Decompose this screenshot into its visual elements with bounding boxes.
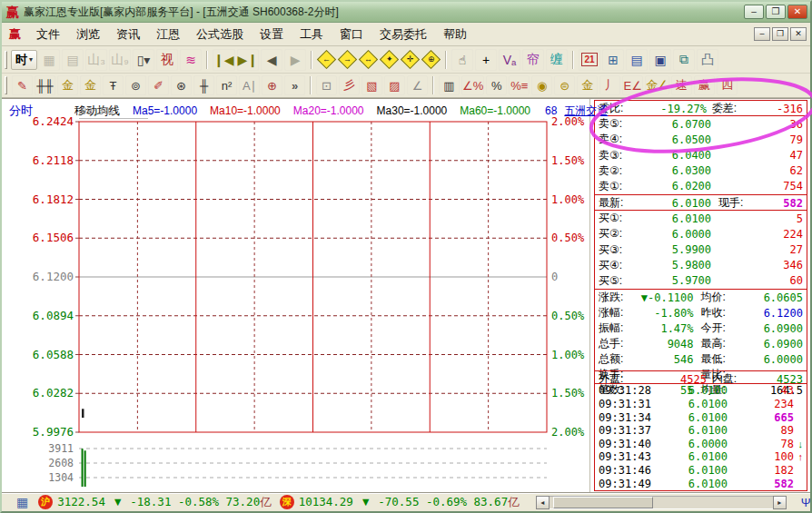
gann-wheel-icon[interactable]: ⊛ xyxy=(171,75,192,95)
speed-line-icon[interactable]: 速 xyxy=(671,75,692,95)
mdi-restore-button[interactable]: ❐ xyxy=(772,27,788,41)
gann-cross-icon[interactable]: ✛ xyxy=(401,49,420,71)
sell-price[interactable]: 6.0500 xyxy=(640,133,711,146)
scroll-right-arrow-icon[interactable]: ▸ xyxy=(773,496,787,509)
percent-drop-icon[interactable]: ∠% xyxy=(461,75,484,95)
tick-qty: 78 xyxy=(728,438,794,450)
next-bar-icon[interactable]: ▶ xyxy=(284,49,306,71)
toolbar-grip[interactable] xyxy=(5,51,7,69)
period-dropdown-button[interactable]: 时 ▾ xyxy=(11,50,37,70)
gold-ring-icon[interactable]: ⊜ xyxy=(554,75,575,95)
network-icon[interactable]: ⧉ xyxy=(673,49,695,71)
fan-box-icon[interactable]: ▧ xyxy=(361,75,382,95)
zone-screen-icon[interactable]: ▦ xyxy=(38,49,60,71)
shanghai-index-group[interactable]: 3122.54 ▼ -18.31 -0.58% 73.20亿 xyxy=(57,495,274,510)
gold-circle-icon[interactable]: ◉ xyxy=(531,75,552,95)
n2-icon[interactable]: n² xyxy=(216,75,237,95)
sell-price[interactable]: 6.0300 xyxy=(640,164,711,177)
sell-price[interactable]: 6.0200 xyxy=(640,180,711,192)
maximize-button[interactable]: ❐ xyxy=(766,5,786,19)
entangle-line-icon[interactable]: 缠 xyxy=(546,49,568,71)
hand-tool-icon[interactable]: ☝ xyxy=(451,49,473,71)
bars-3min-icon[interactable]: 山₃ xyxy=(85,49,107,71)
buy-price[interactable]: 6.0000 xyxy=(640,228,711,241)
percent-icon[interactable]: % xyxy=(486,75,507,95)
box-select-icon[interactable]: ⊡ xyxy=(316,75,337,95)
mdi-close-button[interactable]: ✕ xyxy=(790,27,807,41)
dense-grid-icon[interactable]: ╫ xyxy=(193,75,214,95)
angle-fan-icon[interactable]: ∠ xyxy=(407,75,428,95)
close-button[interactable]: ✕ xyxy=(787,5,807,19)
slash-tool-icon[interactable]: 丿 xyxy=(599,75,620,95)
win-angle-icon[interactable]: 赢 xyxy=(694,75,715,95)
spiral-icon[interactable]: ⊚ xyxy=(125,75,146,95)
menu-item-8[interactable]: 交易委托 xyxy=(371,24,435,45)
shenzhen-index-group[interactable]: 10134.29 ▼ -70.55 -0.69% 83.67亿 xyxy=(299,495,523,510)
gold-grid-icon[interactable]: 金 xyxy=(57,75,78,95)
scrollbar-thumb[interactable] xyxy=(553,497,653,508)
tick-list-box[interactable]: 09:31:286.01004309:31:316.010023409:31:3… xyxy=(594,383,807,491)
crosshair-icon[interactable]: + xyxy=(475,49,497,71)
scroll-left-arrow-icon[interactable]: ◂ xyxy=(536,496,550,509)
calendar-icon[interactable]: 21 xyxy=(579,49,600,71)
color-trend-icon[interactable]: ≋ xyxy=(180,49,202,71)
fan-box-solid-icon[interactable]: ▨ xyxy=(384,75,405,95)
gann-grid-icon[interactable]: ╫╫ xyxy=(35,75,55,95)
compass-icon[interactable]: ⊕ xyxy=(262,75,282,95)
menu-item-5[interactable]: 设置 xyxy=(252,24,292,45)
angle-ruler-icon[interactable]: A∣ xyxy=(239,75,260,95)
menu-item-0[interactable]: 文件 xyxy=(28,24,68,45)
gann-target-icon[interactable]: ⊕ xyxy=(421,49,441,71)
ray-fan-icon[interactable]: 彡 xyxy=(339,75,360,95)
menu-item-2[interactable]: 资讯 xyxy=(108,24,148,45)
calculator-icon[interactable]: ⊞ xyxy=(602,49,624,71)
percent-levels-icon[interactable]: %≡ xyxy=(509,75,530,95)
mdi-minimize-button[interactable]: – xyxy=(754,27,770,41)
quote-grid-icon[interactable]: ▦ xyxy=(16,495,28,509)
bars-9min-icon[interactable]: 山₉ xyxy=(109,49,131,71)
candle-period-icon[interactable]: ▯▾ xyxy=(133,49,154,71)
last-bar-icon[interactable]: ▶❙ xyxy=(237,49,260,71)
buy-price[interactable]: 6.0100 xyxy=(640,212,711,225)
f-ruler-icon[interactable]: Ŧ xyxy=(103,75,124,95)
kanpan-icon[interactable]: 视 xyxy=(156,49,178,71)
buy-price[interactable]: 5.9900 xyxy=(640,243,711,256)
gann-right-icon[interactable]: → xyxy=(338,49,357,71)
e-angle-icon[interactable]: E∠ xyxy=(622,75,643,95)
gold-angle-icon[interactable]: 金 xyxy=(577,75,598,95)
minimize-button[interactable]: – xyxy=(744,5,764,19)
report-icon[interactable]: ▤ xyxy=(62,49,84,71)
buy-price[interactable]: 5.9800 xyxy=(640,259,711,271)
first-bar-icon[interactable]: ❙◀ xyxy=(213,49,235,71)
gann-star-icon[interactable]: ✦ xyxy=(380,49,399,71)
toolbar-grip-2[interactable] xyxy=(5,76,7,94)
menu-item-4[interactable]: 公式选股 xyxy=(188,24,252,45)
brush-icon[interactable]: ✎ xyxy=(12,75,33,95)
menu-item-6[interactable]: 工具 xyxy=(292,24,332,45)
intraday-chart[interactable]: 09:306.24242.00%6.21181.50%6.18121.00%6.… xyxy=(2,99,593,493)
notepad-icon[interactable]: ▤ xyxy=(626,49,648,71)
printer-icon[interactable]: 凸 xyxy=(697,49,718,71)
horizontal-scrollbar[interactable]: ◂ ▸ xyxy=(536,496,787,509)
save-icon[interactable]: ▣ xyxy=(649,49,671,71)
menu-item-3[interactable]: 江恩 xyxy=(148,24,188,45)
menu-item-9[interactable]: 帮助 xyxy=(435,24,475,45)
sell-price[interactable]: 6.0700 xyxy=(640,118,711,131)
gold-box-icon[interactable]: 金 xyxy=(80,75,101,95)
gann-box-tool-icon[interactable]: 帘 xyxy=(522,49,544,71)
prev-bar-icon[interactable]: ◀ xyxy=(261,49,282,71)
quote-list-icon[interactable]: ▥ xyxy=(439,75,460,95)
sell-price[interactable]: 6.0400 xyxy=(640,149,711,162)
four-angle-icon[interactable]: 四 xyxy=(717,75,738,95)
chart-area[interactable]: 分时 移动均线 Ma5=-1.0000Ma10=-1.0000Ma20=-1.0… xyxy=(2,99,590,492)
pen-grid-icon[interactable]: ✐ xyxy=(148,75,169,95)
buy-price[interactable]: 5.9700 xyxy=(640,274,711,287)
scrollbar-track[interactable] xyxy=(550,496,773,509)
gann-left-icon[interactable]: ← xyxy=(317,49,336,71)
gann-both-icon[interactable]: ↔ xyxy=(359,49,378,71)
gold-slash-icon[interactable]: 金∠ xyxy=(645,75,669,95)
toolbar-overflow-button[interactable]: » xyxy=(284,75,305,95)
menu-item-7[interactable]: 窗口 xyxy=(332,24,371,45)
menu-item-1[interactable]: 浏览 xyxy=(68,24,108,45)
wave-tool-icon[interactable]: Vₐ xyxy=(499,49,520,71)
